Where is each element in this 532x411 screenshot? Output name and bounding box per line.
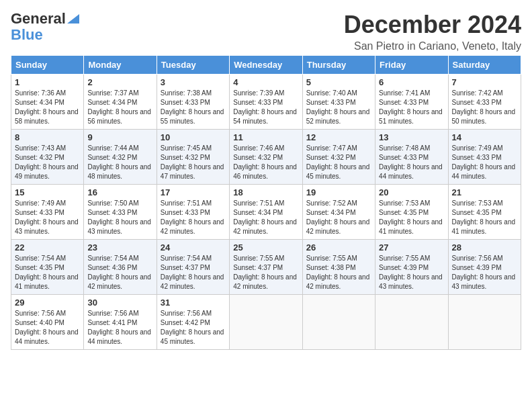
calendar-day-cell: 11 Sunrise: 7:46 AM Sunset: 4:32 PM Dayl… bbox=[230, 130, 302, 185]
calendar-day-cell: 23 Sunrise: 7:54 AM Sunset: 4:36 PM Dayl… bbox=[84, 240, 157, 295]
day-info: Sunrise: 7:42 AM Sunset: 4:33 PM Dayligh… bbox=[452, 89, 517, 126]
day-number: 27 bbox=[379, 242, 444, 253]
day-info: Sunrise: 7:51 AM Sunset: 4:34 PM Dayligh… bbox=[233, 199, 298, 236]
calendar-day-cell: 15 Sunrise: 7:49 AM Sunset: 4:33 PM Dayl… bbox=[11, 185, 84, 240]
calendar-day-cell: 2 Sunrise: 7:37 AM Sunset: 4:34 PM Dayli… bbox=[84, 75, 157, 130]
calendar-week-row: 15 Sunrise: 7:49 AM Sunset: 4:33 PM Dayl… bbox=[11, 185, 521, 240]
calendar-day-cell: 16 Sunrise: 7:50 AM Sunset: 4:33 PM Dayl… bbox=[84, 185, 157, 240]
day-number: 23 bbox=[87, 242, 152, 253]
calendar-day-cell: 9 Sunrise: 7:44 AM Sunset: 4:32 PM Dayli… bbox=[84, 130, 157, 185]
day-number: 5 bbox=[306, 77, 371, 87]
calendar-day-cell: 7 Sunrise: 7:42 AM Sunset: 4:33 PM Dayli… bbox=[448, 75, 521, 130]
day-number: 8 bbox=[15, 132, 80, 142]
day-info: Sunrise: 7:53 AM Sunset: 4:35 PM Dayligh… bbox=[452, 199, 517, 236]
day-info: Sunrise: 7:54 AM Sunset: 4:35 PM Dayligh… bbox=[15, 254, 80, 291]
day-number: 30 bbox=[87, 298, 152, 308]
calendar-header-row: SundayMondayTuesdayWednesdayThursdayFrid… bbox=[11, 56, 521, 75]
day-number: 19 bbox=[306, 187, 371, 197]
day-number: 15 bbox=[15, 187, 80, 197]
day-info: Sunrise: 7:45 AM Sunset: 4:32 PM Dayligh… bbox=[161, 144, 226, 181]
day-number: 26 bbox=[306, 242, 371, 253]
day-info: Sunrise: 7:36 AM Sunset: 4:34 PM Dayligh… bbox=[15, 89, 80, 126]
calendar-day-cell bbox=[230, 295, 302, 350]
day-number: 1 bbox=[15, 77, 80, 87]
day-number: 17 bbox=[161, 187, 226, 197]
calendar-day-cell: 29 Sunrise: 7:56 AM Sunset: 4:40 PM Dayl… bbox=[11, 295, 84, 350]
day-number: 11 bbox=[233, 132, 298, 142]
calendar-day-cell: 4 Sunrise: 7:39 AM Sunset: 4:33 PM Dayli… bbox=[230, 75, 302, 130]
calendar-table: SundayMondayTuesdayWednesdayThursdayFrid… bbox=[11, 55, 521, 350]
day-number: 24 bbox=[161, 242, 226, 253]
main-title: December 2024 bbox=[344, 11, 521, 39]
subtitle: San Pietro in Cariano, Veneto, Italy bbox=[344, 40, 521, 52]
calendar-day-cell: 14 Sunrise: 7:49 AM Sunset: 4:33 PM Dayl… bbox=[448, 130, 521, 185]
calendar-day-cell: 26 Sunrise: 7:55 AM Sunset: 4:38 PM Dayl… bbox=[302, 240, 375, 295]
day-info: Sunrise: 7:51 AM Sunset: 4:33 PM Dayligh… bbox=[161, 199, 226, 236]
calendar-header-day: Wednesday bbox=[230, 56, 302, 75]
day-info: Sunrise: 7:43 AM Sunset: 4:32 PM Dayligh… bbox=[15, 144, 80, 181]
logo-triangle-icon bbox=[67, 11, 79, 24]
calendar-day-cell: 21 Sunrise: 7:53 AM Sunset: 4:35 PM Dayl… bbox=[448, 185, 521, 240]
calendar-week-row: 1 Sunrise: 7:36 AM Sunset: 4:34 PM Dayli… bbox=[11, 75, 521, 130]
calendar-day-cell: 10 Sunrise: 7:45 AM Sunset: 4:32 PM Dayl… bbox=[157, 130, 229, 185]
day-number: 28 bbox=[452, 242, 517, 253]
day-number: 16 bbox=[87, 187, 152, 197]
day-info: Sunrise: 7:47 AM Sunset: 4:32 PM Dayligh… bbox=[306, 144, 371, 181]
day-number: 4 bbox=[233, 77, 298, 87]
calendar-day-cell bbox=[375, 295, 448, 350]
title-area: December 2024 San Pietro in Cariano, Ven… bbox=[344, 11, 521, 52]
day-info: Sunrise: 7:49 AM Sunset: 4:33 PM Dayligh… bbox=[452, 144, 517, 181]
day-info: Sunrise: 7:55 AM Sunset: 4:38 PM Dayligh… bbox=[306, 254, 371, 291]
calendar-day-cell: 19 Sunrise: 7:52 AM Sunset: 4:34 PM Dayl… bbox=[302, 185, 375, 240]
day-info: Sunrise: 7:49 AM Sunset: 4:33 PM Dayligh… bbox=[15, 199, 80, 236]
calendar-day-cell: 22 Sunrise: 7:54 AM Sunset: 4:35 PM Dayl… bbox=[11, 240, 84, 295]
day-number: 20 bbox=[379, 187, 444, 197]
day-number: 22 bbox=[15, 242, 80, 253]
day-info: Sunrise: 7:55 AM Sunset: 4:37 PM Dayligh… bbox=[233, 254, 298, 291]
calendar-day-cell: 31 Sunrise: 7:56 AM Sunset: 4:42 PM Dayl… bbox=[157, 295, 229, 350]
day-number: 6 bbox=[379, 77, 444, 87]
day-number: 12 bbox=[306, 132, 371, 142]
day-info: Sunrise: 7:54 AM Sunset: 4:37 PM Dayligh… bbox=[161, 254, 226, 291]
calendar-day-cell: 25 Sunrise: 7:55 AM Sunset: 4:37 PM Dayl… bbox=[230, 240, 302, 295]
calendar-day-cell bbox=[302, 295, 375, 350]
day-info: Sunrise: 7:50 AM Sunset: 4:33 PM Dayligh… bbox=[87, 199, 152, 236]
day-info: Sunrise: 7:38 AM Sunset: 4:33 PM Dayligh… bbox=[161, 89, 226, 126]
day-info: Sunrise: 7:53 AM Sunset: 4:35 PM Dayligh… bbox=[379, 199, 444, 236]
calendar-day-cell: 3 Sunrise: 7:38 AM Sunset: 4:33 PM Dayli… bbox=[157, 75, 229, 130]
day-info: Sunrise: 7:56 AM Sunset: 4:41 PM Dayligh… bbox=[87, 309, 152, 347]
header: General Blue December 2024 San Pietro in… bbox=[11, 11, 521, 52]
day-number: 29 bbox=[15, 298, 80, 308]
calendar-day-cell: 20 Sunrise: 7:53 AM Sunset: 4:35 PM Dayl… bbox=[375, 185, 448, 240]
day-info: Sunrise: 7:37 AM Sunset: 4:34 PM Dayligh… bbox=[87, 89, 152, 126]
logo-general-text: General bbox=[11, 11, 66, 27]
calendar-header-day: Tuesday bbox=[157, 56, 229, 75]
day-number: 10 bbox=[161, 132, 226, 142]
day-number: 21 bbox=[452, 187, 517, 197]
calendar-day-cell: 30 Sunrise: 7:56 AM Sunset: 4:41 PM Dayl… bbox=[84, 295, 157, 350]
day-info: Sunrise: 7:46 AM Sunset: 4:32 PM Dayligh… bbox=[233, 144, 298, 181]
day-info: Sunrise: 7:44 AM Sunset: 4:32 PM Dayligh… bbox=[87, 144, 152, 181]
day-number: 2 bbox=[87, 77, 152, 87]
calendar-week-row: 8 Sunrise: 7:43 AM Sunset: 4:32 PM Dayli… bbox=[11, 130, 521, 185]
calendar-day-cell: 5 Sunrise: 7:40 AM Sunset: 4:33 PM Dayli… bbox=[302, 75, 375, 130]
day-number: 18 bbox=[233, 187, 298, 197]
calendar-day-cell: 17 Sunrise: 7:51 AM Sunset: 4:33 PM Dayl… bbox=[157, 185, 229, 240]
day-info: Sunrise: 7:55 AM Sunset: 4:39 PM Dayligh… bbox=[379, 254, 444, 291]
day-number: 9 bbox=[87, 132, 152, 142]
calendar-day-cell: 8 Sunrise: 7:43 AM Sunset: 4:32 PM Dayli… bbox=[11, 130, 84, 185]
day-number: 25 bbox=[233, 242, 298, 253]
svg-marker-0 bbox=[67, 14, 79, 24]
day-info: Sunrise: 7:52 AM Sunset: 4:34 PM Dayligh… bbox=[306, 199, 371, 236]
logo: General Blue bbox=[11, 11, 79, 43]
day-info: Sunrise: 7:54 AM Sunset: 4:36 PM Dayligh… bbox=[87, 254, 152, 291]
calendar-header-day: Monday bbox=[84, 56, 157, 75]
day-number: 14 bbox=[452, 132, 517, 142]
calendar-day-cell: 13 Sunrise: 7:48 AM Sunset: 4:33 PM Dayl… bbox=[375, 130, 448, 185]
day-info: Sunrise: 7:56 AM Sunset: 4:42 PM Dayligh… bbox=[161, 309, 226, 347]
day-info: Sunrise: 7:41 AM Sunset: 4:33 PM Dayligh… bbox=[379, 89, 444, 126]
calendar-week-row: 22 Sunrise: 7:54 AM Sunset: 4:35 PM Dayl… bbox=[11, 240, 521, 295]
calendar-day-cell: 6 Sunrise: 7:41 AM Sunset: 4:33 PM Dayli… bbox=[375, 75, 448, 130]
day-number: 31 bbox=[161, 298, 226, 308]
calendar-day-cell: 1 Sunrise: 7:36 AM Sunset: 4:34 PM Dayli… bbox=[11, 75, 84, 130]
